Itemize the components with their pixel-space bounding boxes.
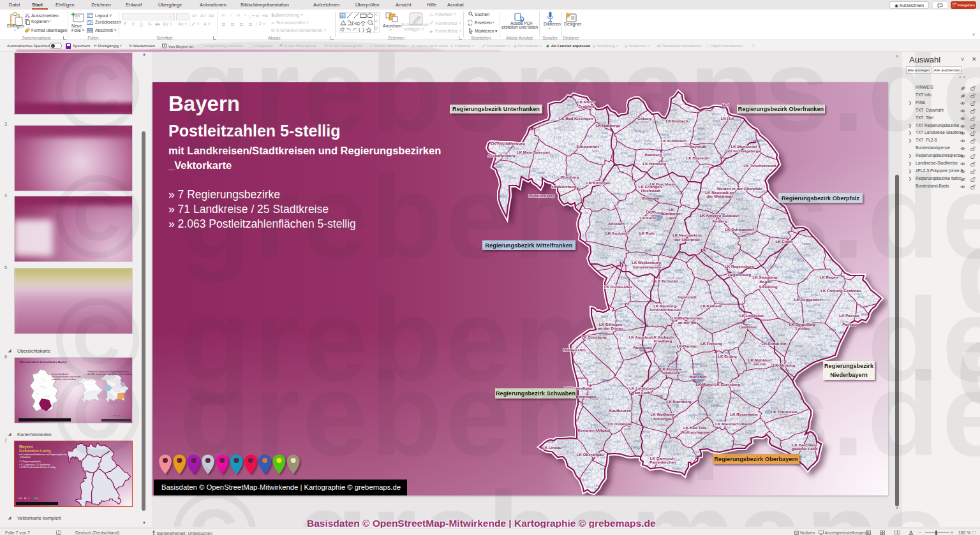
svg-text:80518: 80518 <box>728 341 736 344</box>
svg-text:90250: 90250 <box>678 268 685 272</box>
svg-text:der Oberpfalz: der Oberpfalz <box>674 237 700 242</box>
svg-text:82923: 82923 <box>621 277 628 280</box>
svg-text:Passau: Passau <box>842 322 856 326</box>
svg-text:LK Haßberge: LK Haßberge <box>596 123 621 128</box>
svg-text:90969: 90969 <box>715 291 722 294</box>
svg-text:82745: 82745 <box>713 403 720 406</box>
svg-text:91597: 91597 <box>752 382 759 385</box>
svg-text:94857: 94857 <box>674 452 681 455</box>
svg-text:Friedberg: Friedberg <box>654 339 672 343</box>
svg-text:Schongau: Schongau <box>653 416 672 421</box>
svg-text:88251: 88251 <box>708 397 716 400</box>
svg-text:97597: 97597 <box>588 201 595 204</box>
svg-text:81371: 81371 <box>618 302 626 305</box>
svg-text:LK Freyung-Grafenau: LK Freyung-Grafenau <box>820 288 861 293</box>
svg-text:91427: 91427 <box>709 359 716 362</box>
svg-text:93175: 93175 <box>614 441 621 444</box>
svg-text:84137: 84137 <box>660 317 667 320</box>
svg-text:80921: 80921 <box>597 192 605 195</box>
svg-text:88620: 88620 <box>586 380 593 383</box>
svg-text:Regierungsbezirk Oberpfalz: Regierungsbezirk Oberpfalz <box>782 195 859 202</box>
svg-text:84759: 84759 <box>667 356 674 359</box>
svg-text:LK Landsberg: LK Landsberg <box>629 386 656 390</box>
svg-text:A: A <box>341 14 344 18</box>
svg-text:81162: 81162 <box>630 363 638 366</box>
svg-text:LK Bayreuth: LK Bayreuth <box>687 156 710 160</box>
svg-text:94630: 94630 <box>688 129 696 133</box>
svg-text:81688: 81688 <box>588 437 595 440</box>
svg-text:96682: 96682 <box>642 410 650 413</box>
svg-text:Regierungsbezirk Unterfranken: Regierungsbezirk Unterfranken <box>452 106 540 112</box>
svg-text:LK Wunsiedel: LK Wunsiedel <box>731 144 757 149</box>
svg-text:91747: 91747 <box>669 158 677 161</box>
svg-text:Regierungsbezirk Mittelfranken: Regierungsbezirk Mittelfranken <box>486 242 573 249</box>
svg-text:93891: 93891 <box>690 135 698 138</box>
svg-text:93845: 93845 <box>634 439 642 443</box>
svg-text:LK Neumarkt in: LK Neumarkt in <box>672 233 702 237</box>
svg-text:82590: 82590 <box>670 108 678 112</box>
svg-text:97855: 97855 <box>639 226 646 230</box>
svg-text:90001: 90001 <box>644 285 651 288</box>
svg-text:Bogen: Bogen <box>759 279 771 284</box>
svg-text:LK Oberallgäu: LK Oberallgäu <box>577 452 604 457</box>
svg-text:97648: 97648 <box>791 317 799 320</box>
svg-text:LK Roth: LK Roth <box>639 231 655 235</box>
svg-text:89241: 89241 <box>722 365 730 369</box>
svg-text:Nürnberger: Nürnberger <box>660 211 682 216</box>
svg-text:92719: 92719 <box>619 193 627 196</box>
svg-text:LK Starnberg: LK Starnberg <box>666 399 691 404</box>
svg-text:87662: 87662 <box>705 291 713 295</box>
svg-text:Regierungsbezirk Schwaben: Regierungsbezirk Schwaben <box>496 390 575 397</box>
svg-text:LK Rottal-Inn: LK Rottal-Inn <box>762 341 787 346</box>
svg-text:LK Bad Kissingen: LK Bad Kissingen <box>560 116 593 121</box>
svg-text:89614: 89614 <box>496 164 503 167</box>
svg-text:81442: 81442 <box>701 186 708 189</box>
svg-text:97977: 97977 <box>628 113 635 116</box>
svg-text:92896: 92896 <box>537 172 544 175</box>
svg-text:LK Lindau: LK Lindau <box>542 445 561 450</box>
svg-text:90652: 90652 <box>712 112 720 115</box>
svg-text:95101: 95101 <box>599 157 607 160</box>
svg-text:95361: 95361 <box>586 135 594 138</box>
svg-text:91239: 91239 <box>842 307 849 310</box>
svg-text:80852: 80852 <box>779 217 787 221</box>
svg-text:LK Augsburg: LK Augsburg <box>629 335 654 339</box>
svg-text:97426: 97426 <box>696 171 704 174</box>
svg-text:im Fichtelgebirge: im Fichtelgebirge <box>727 149 761 153</box>
svg-text:89854: 89854 <box>731 439 739 443</box>
svg-text:85068: 85068 <box>748 429 756 432</box>
svg-text:LK Ebersberg: LK Ebersberg <box>715 382 741 386</box>
svg-text:88430: 88430 <box>687 454 695 457</box>
svg-text:85958: 85958 <box>504 175 512 178</box>
svg-text:88033: 88033 <box>635 376 643 379</box>
svg-text:LK Dachau: LK Dachau <box>677 344 698 348</box>
svg-text:88479: 88479 <box>759 143 766 146</box>
svg-text:89802: 89802 <box>628 154 636 158</box>
svg-text:97479: 97479 <box>711 138 719 141</box>
svg-text:90126: 90126 <box>632 413 639 416</box>
svg-text:89261: 89261 <box>734 119 741 122</box>
svg-text:91209: 91209 <box>669 429 677 432</box>
svg-text:82398: 82398 <box>714 362 722 365</box>
svg-text:88553: 88553 <box>589 191 597 194</box>
svg-text:Grabfeld: Grabfeld <box>578 104 595 108</box>
svg-text:LK Cham: LK Cham <box>775 239 793 244</box>
svg-text:LK Bamberg: LK Bamberg <box>643 161 667 166</box>
svg-text:95643: 95643 <box>759 349 766 352</box>
svg-text:86469: 86469 <box>624 427 632 430</box>
svg-text:84844: 84844 <box>692 188 700 191</box>
svg-text:Memmingen: Memmingen <box>573 394 596 399</box>
svg-text:89450: 89450 <box>808 335 816 339</box>
svg-text:91788: 91788 <box>682 311 690 314</box>
svg-text:95161: 95161 <box>810 247 818 250</box>
svg-text:81770: 81770 <box>722 133 730 136</box>
svg-text:LK Deggendorf: LK Deggendorf <box>794 297 824 302</box>
svg-text:84987: 84987 <box>703 165 711 168</box>
svg-text:93671: 93671 <box>617 312 625 316</box>
svg-text:an der Ilm: an der Ilm <box>678 320 697 325</box>
svg-text:93335: 93335 <box>695 198 703 201</box>
svg-text:81298: 81298 <box>705 204 713 207</box>
svg-text:LK Neu-Ulm: LK Neu-Ulm <box>563 348 586 352</box>
svg-text:85786: 85786 <box>811 293 819 297</box>
svg-text:LK Miltenberg: LK Miltenberg <box>528 193 554 198</box>
